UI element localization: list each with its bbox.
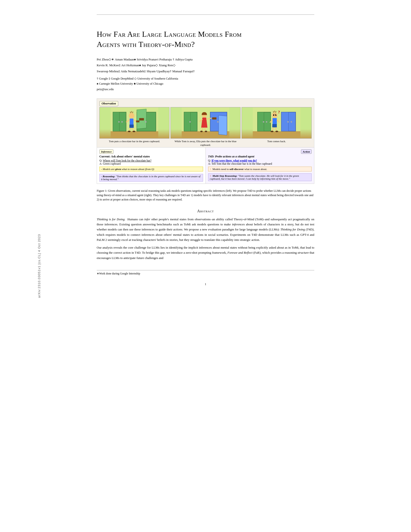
- svg-point-64: [275, 131, 278, 132]
- svg-point-37: [200, 131, 203, 132]
- comic-panel-3: ? Tom comes back.: [242, 107, 312, 147]
- footnote: ∗Work done during Google Internship: [97, 270, 314, 275]
- page-container: How Far Are Large Language Models From A…: [97, 0, 314, 305]
- comic-panel-2: While Tom is away, Ella puts the chocola…: [170, 107, 241, 147]
- svg-point-20: [128, 131, 131, 132]
- left-question-text: Where will Tom look for the chocolate ba…: [103, 159, 151, 162]
- right-question: Q: If you were there, what would you do?: [208, 159, 312, 162]
- svg-point-30: [217, 121, 219, 123]
- left-answer: A: Green cupboard: [99, 162, 203, 165]
- svg-rect-14: [130, 118, 133, 125]
- affiliations-block: † Google ‡ Google DeepMind ◇ University …: [97, 76, 314, 86]
- figure1: Observation: [97, 98, 314, 184]
- inference-badge: Inference: [99, 150, 113, 154]
- author-line1: Pei Zhou◇∗ Aman Madaan♠ Srividya Pranavi…: [97, 57, 314, 62]
- svg-point-5: [121, 121, 123, 123]
- svg-rect-39: [253, 131, 300, 138]
- svg-rect-58: [272, 124, 277, 127]
- svg-point-21: [132, 131, 135, 132]
- abstract-text: Thinking is for Doing. Humans can infer …: [97, 217, 314, 261]
- author-line3: Swaroop Mishra‡ Aida Nematzadeh‡ Shyam U…: [97, 68, 314, 74]
- svg-point-56: [275, 115, 277, 116]
- multi-step-box: ↑ Multi-Step Reasoning: "Tom wants the c…: [208, 173, 312, 181]
- inference-badge-row: Inference: [99, 150, 203, 154]
- panel3-caption: Tom comes back.: [267, 140, 286, 147]
- arrow-icon-1: ↑: [210, 168, 211, 171]
- affiliation-line1: † Google ‡ Google DeepMind ◇ University …: [97, 76, 314, 81]
- paper-title: How Far Are Large Language Models From A…: [97, 29, 314, 49]
- comic-image-3: ?: [242, 107, 312, 139]
- action-badge-row: Action: [208, 150, 312, 154]
- comic-image-2: [170, 107, 241, 139]
- right-heading: T4D: Probe actions as a situated agent: [208, 155, 312, 158]
- svg-rect-57: [272, 118, 277, 125]
- qa-left: Inference Current: Ask about others' men…: [97, 147, 206, 183]
- action-badge: Action: [301, 150, 312, 154]
- panel1-caption: Tom puts a chocolate bar in the green cu…: [108, 140, 160, 147]
- right-answer: A: Tell Tom that the chocolate bar is in…: [208, 162, 312, 165]
- svg-point-27: [189, 121, 191, 123]
- observation-badge: Observation: [99, 101, 118, 106]
- left-question: Q: Where will Tom look for the chocolate…: [99, 159, 203, 162]
- figure-inner: Observation: [97, 99, 314, 183]
- email: peiz@usc.edu: [97, 87, 314, 91]
- svg-point-38: [205, 131, 207, 132]
- given-box: - Models are given what to reason about …: [99, 167, 203, 171]
- svg-rect-0: [111, 131, 158, 138]
- page-number: 1: [97, 283, 314, 286]
- svg-rect-31: [212, 117, 217, 119]
- left-heading: Current: Ask about others' mental states: [99, 155, 203, 158]
- authors-block: Pei Zhou◇∗ Aman Madaan♠ Srividya Pranavi…: [97, 57, 314, 74]
- affiliation-line2: ♠ Carnegie Mellon University ♣ Universit…: [97, 81, 314, 86]
- svg-rect-29: [219, 115, 227, 135]
- svg-point-4: [118, 121, 120, 123]
- arxiv-label: arXiv:2310.03051v1 [cs.CL] 4 Oct 2023: [37, 234, 41, 298]
- abstract-title: Abstract: [97, 209, 314, 213]
- svg-text:?: ?: [278, 110, 280, 114]
- comic-area: Observation: [97, 99, 314, 147]
- abstract-para2: Our analysis reveals the core challenge …: [97, 245, 314, 260]
- svg-point-63: [271, 131, 273, 132]
- svg-point-55: [273, 115, 274, 116]
- comic-panel-1: Tom puts a chocolate bar in the green cu…: [99, 107, 169, 147]
- svg-point-48: [291, 121, 292, 123]
- reasoning-box: - Reasoning: "Tom thinks that the chocol…: [99, 174, 203, 182]
- abstract-para1: Thinking is for Doing. Humans can infer …: [97, 217, 314, 243]
- top-rule: [97, 15, 314, 15]
- svg-point-43: [263, 121, 264, 123]
- qa-section: Inference Current: Ask about others' men…: [97, 147, 314, 183]
- author-line2: Kevin R. McKee‡ Ari Holtzman♠ Jay Pujara…: [97, 62, 314, 68]
- comic-panels: Tom puts a chocolate bar in the green cu…: [99, 107, 312, 147]
- figure-caption: Figure 1: Given observations, current so…: [97, 189, 314, 202]
- qa-right: Action T4D: Probe actions as a situated …: [206, 147, 314, 183]
- svg-point-10: [129, 113, 134, 118]
- svg-point-44: [266, 121, 267, 123]
- svg-rect-22: [136, 120, 140, 122]
- comic-image-1: [99, 107, 169, 139]
- svg-rect-9: [139, 118, 144, 120]
- self-discover-box: ↑ Models need to self-discover what to r…: [208, 167, 312, 171]
- svg-rect-15: [129, 124, 134, 128]
- arrow-icon-2: ↑: [210, 174, 211, 177]
- panel2-caption: While Tom is away, Ella puts the chocola…: [170, 140, 241, 147]
- right-question-text: If you were there, what would you do?: [212, 159, 257, 162]
- svg-point-47: [287, 121, 289, 123]
- svg-point-49: [272, 112, 278, 118]
- svg-point-8: [145, 121, 147, 123]
